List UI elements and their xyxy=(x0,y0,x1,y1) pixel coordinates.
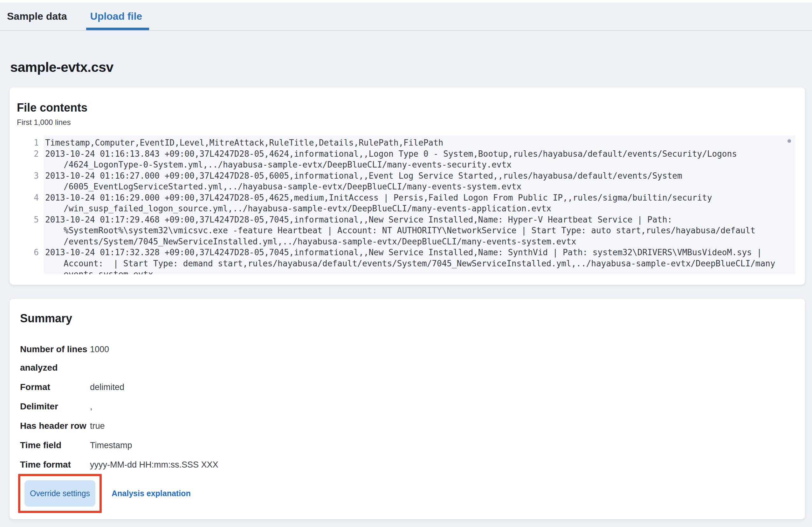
line-number: 1 xyxy=(17,137,39,148)
summary-label: Number of lines analyzed xyxy=(20,340,90,377)
code-line: 2013-10-24 01:16:29.000 +09:00,37L4247D2… xyxy=(45,192,796,203)
code-line: %SystemRoot%\system32\vmicsvc.exe -featu… xyxy=(45,225,796,236)
code-gutter: 123456 xyxy=(17,135,44,274)
page-title: sample-evtx.csv xyxy=(10,59,812,75)
tab-bar: Sample data Upload file xyxy=(0,2,812,31)
analysis-explanation-link[interactable]: Analysis explanation xyxy=(112,489,191,498)
summary-label: Time field xyxy=(20,436,90,455)
tab-upload-file[interactable]: Upload file xyxy=(90,2,142,30)
summary-heading: Summary xyxy=(20,311,796,325)
summary-value: delimited xyxy=(90,378,796,396)
summary-value: yyyy-MM-dd HH:mm:ss.SSS XXX xyxy=(90,455,796,474)
code-line: /4624_LogonType-0-System.yml,../hayabusa… xyxy=(45,159,796,170)
line-number: 2 xyxy=(17,148,39,170)
annotation-highlight-box: Override settings xyxy=(18,474,102,513)
line-number: 4 xyxy=(17,192,39,214)
line-number: 3 xyxy=(17,170,39,192)
summary-value: , xyxy=(90,397,796,416)
summary-value: Timestamp xyxy=(90,436,796,455)
tab-sample-data[interactable]: Sample data xyxy=(7,2,67,30)
file-contents-card: File contents First 1,000 lines 123456 T… xyxy=(10,87,805,285)
window-top-strip xyxy=(0,0,812,2)
code-line: /6005_EventLogServiceStarted.yml,../haya… xyxy=(45,181,796,192)
code-line: 2013-10-24 01:17:32.328 +09:00,37L4247D2… xyxy=(45,247,796,258)
scrollbar-thumb[interactable] xyxy=(787,139,791,143)
summary-value: true xyxy=(90,417,796,435)
override-settings-button[interactable]: Override settings xyxy=(25,480,96,507)
code-line: Timestamp,Computer,EventID,Level,MitreAt… xyxy=(45,137,796,148)
line-number: 5 xyxy=(17,214,39,247)
summary-actions: Override settings Analysis explanation xyxy=(20,474,796,513)
file-preview-codeblock[interactable]: 123456 Timestamp,Computer,EventID,Level,… xyxy=(17,135,796,274)
summary-label: Format xyxy=(20,378,90,396)
summary-label: Delimiter xyxy=(20,397,90,416)
code-line: 2013-10-24 01:17:29.468 +09:00,37L4247D2… xyxy=(45,214,796,225)
code-line: Account: | Start Type: demand start,rule… xyxy=(45,258,796,269)
file-contents-heading: File contents xyxy=(17,101,796,115)
code-line: /win_susp_failed_logon_source.yml,../hay… xyxy=(45,203,796,214)
summary-description-list: Number of lines analyzed1000Formatdelimi… xyxy=(20,340,796,474)
summary-label: Has header row xyxy=(20,417,90,435)
code-line: 2013-10-24 01:16:13.843 +09:00,37L4247D2… xyxy=(45,148,796,160)
code-line: /events/System/7045_NewServiceInstalled.… xyxy=(45,236,796,247)
code-line: events-system.evtx xyxy=(45,269,796,274)
file-contents-subtitle: First 1,000 lines xyxy=(17,118,796,127)
code-content: Timestamp,Computer,EventID,Level,MitreAt… xyxy=(44,135,796,274)
summary-value: 1000 xyxy=(90,340,796,377)
summary-card: Summary Number of lines analyzed1000Form… xyxy=(10,299,805,519)
summary-label: Time format xyxy=(20,455,90,474)
code-line: 2013-10-24 01:16:27.000 +09:00,37L4247D2… xyxy=(45,170,796,181)
line-number: 6 xyxy=(17,247,39,274)
